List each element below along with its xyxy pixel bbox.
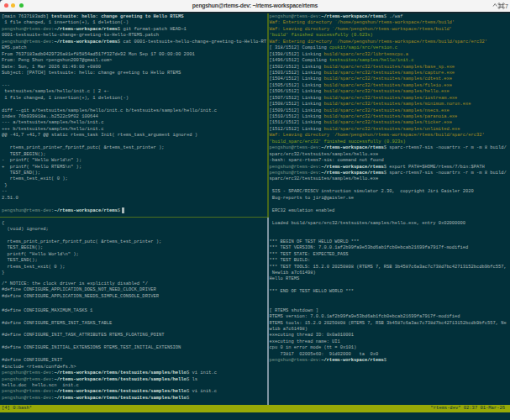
svg-text:7: 7 — [505, 3, 508, 9]
